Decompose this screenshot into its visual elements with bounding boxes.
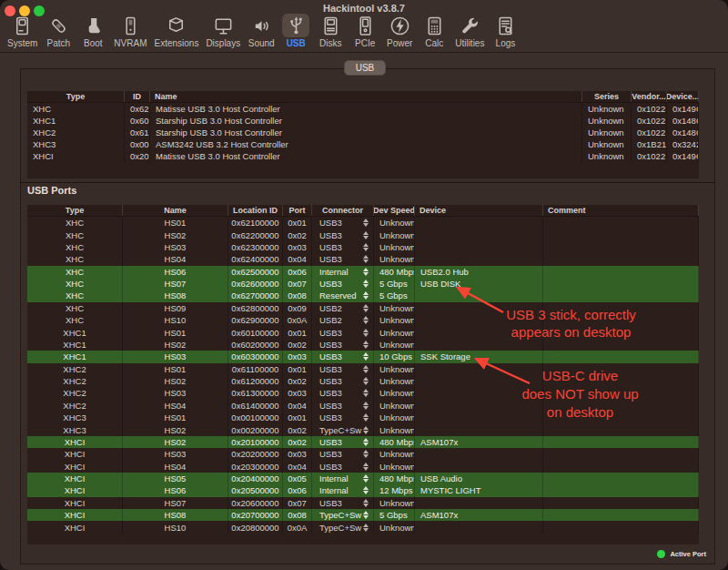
connector-select[interactable]: USB3	[312, 217, 374, 229]
toolbar-item-extensions[interactable]: Extensions	[150, 14, 202, 48]
column-header[interactable]: Connector	[312, 205, 374, 216]
toolbar-item-logs[interactable]: Logs	[488, 14, 522, 48]
toolbar-item-label: Extensions	[154, 38, 198, 48]
connector-select[interactable]: TypeC+Sw	[312, 423, 374, 435]
controller-row[interactable]: XHC10x60Starship USB 3.0 Host Controller…	[27, 115, 699, 127]
usb-port-row[interactable]: XHCIHS100x208000000x0ATypeC+SwUnknown	[27, 521, 699, 533]
connector-select[interactable]: Internal	[312, 473, 374, 484]
connector-select[interactable]: USB3	[312, 229, 374, 240]
usb-port-row[interactable]: XHCIHS020x201000000x02USB3480 MbpsASM107…	[27, 436, 699, 448]
column-header[interactable]: Name	[123, 205, 228, 216]
column-header[interactable]: Port	[283, 205, 312, 216]
column-header[interactable]: Device	[415, 205, 543, 216]
usb-port-row[interactable]: XHCIHS070x206000000x07USB3Unknown	[27, 497, 699, 509]
connector-select[interactable]: USB3	[312, 497, 374, 509]
toolbar-item-calc[interactable]: Calc	[417, 14, 451, 48]
port-device	[415, 521, 543, 533]
port-dev-speed: 480 Mbps	[374, 436, 415, 448]
connector-select[interactable]: USB3	[312, 326, 374, 338]
toolbar-item-boot[interactable]: Boot	[76, 14, 110, 48]
usb-port-row[interactable]: XHCIHS080x207000000x08TypeC+Sw5 GbpsASM1…	[27, 509, 699, 521]
connector-select[interactable]: USB2	[312, 302, 374, 314]
controller-row[interactable]: XHC30x00ASM3242 USB 3.2 Host ControllerU…	[27, 138, 699, 150]
connector-select[interactable]: USB3	[312, 448, 374, 460]
usb-port-row[interactable]: XHCIHS050x204000000x05Internal480 MbpsUS…	[27, 473, 699, 484]
port-location-id: 0x60300000	[228, 351, 283, 362]
connector-select[interactable]: USB2	[312, 314, 374, 326]
usb-port-row[interactable]: XHCIHS040x203000000x04USB3Unknown	[27, 461, 699, 473]
connector-select[interactable]: USB3	[312, 351, 374, 362]
usb-port-row[interactable]: XHCHS040x624000000x04USB3Unknown	[27, 253, 699, 265]
port-device	[415, 423, 543, 435]
usb-port-row[interactable]: XHCIHS030x202000000x03USB3Unknown	[27, 448, 699, 460]
connector-select[interactable]: USB3	[312, 241, 374, 253]
connector-value: Internal	[319, 485, 349, 495]
toolbar-item-disks[interactable]: Disks	[313, 14, 348, 48]
connector-select[interactable]: Internal	[312, 266, 374, 278]
toolbar-item-sound[interactable]: Sound	[244, 14, 278, 48]
updown-arrows-icon	[363, 426, 369, 434]
usb-port-row[interactable]: XHC1HS030x603000000x03USB310 GbpsSSK Sto…	[27, 351, 699, 362]
connector-select[interactable]: USB3	[312, 400, 374, 412]
column-header[interactable]: Name	[150, 91, 582, 102]
port-name: HS05	[123, 473, 228, 484]
usb-port-row[interactable]: XHCHS010x621000000x01USB3Unknown	[27, 217, 699, 229]
connector-select[interactable]: USB3	[312, 253, 374, 265]
port-type: XHC	[27, 278, 123, 290]
port-location-id: 0x20300000	[228, 461, 283, 473]
port-comment	[543, 448, 699, 460]
controller-name: Starship USB 3.0 Host Controller	[150, 115, 582, 127]
connector-value: USB3	[319, 376, 342, 386]
connector-select[interactable]: USB3	[312, 436, 374, 448]
controller-row[interactable]: XHCI0x20Matisse USB 3.0 Host ControllerU…	[27, 150, 699, 162]
column-header[interactable]: ID	[125, 91, 150, 102]
connector-select[interactable]: USB3	[312, 363, 374, 375]
connector-select[interactable]: USB3	[312, 278, 374, 290]
toolbar-item-power[interactable]: Power	[382, 14, 417, 48]
port-name: HS10	[123, 314, 228, 326]
toolbar-item-displays[interactable]: Displays	[202, 14, 244, 48]
connector-select[interactable]: USB3	[312, 387, 374, 399]
toolbar-item-nvram[interactable]: NVRAM	[110, 14, 150, 48]
connector-select[interactable]: USB3	[312, 461, 374, 473]
usb-port-row[interactable]: XHCHS020x622000000x02USB3Unknown	[27, 229, 699, 240]
controller-row[interactable]: XHC20x61Starship USB 3.0 Host Controller…	[27, 127, 699, 138]
usb-port-row[interactable]: XHC3HS020x002000000x02TypeC+SwUnknown	[27, 423, 699, 435]
connector-select[interactable]: Internal	[312, 484, 374, 496]
column-header[interactable]: Type	[27, 205, 123, 216]
toolbar-item-system[interactable]: System	[4, 14, 41, 48]
column-header[interactable]: Vendor...	[632, 91, 667, 102]
column-header[interactable]: Comment	[543, 205, 699, 216]
column-header[interactable]: Device...	[667, 91, 699, 102]
usb-port-row[interactable]: XHCHS070x626000000x07USB35 GbpsUSB DISK	[27, 278, 699, 290]
column-header[interactable]: Type	[27, 91, 125, 102]
toolbar-item-usb[interactable]: USB	[278, 14, 313, 48]
port-name: HS08	[123, 509, 228, 521]
port-type: XHC2	[27, 363, 123, 375]
port-type: XHC	[27, 253, 123, 265]
usb-port-row[interactable]: XHCIHS060x205000000x06Internal12 MbpsMYS…	[27, 484, 699, 496]
column-header[interactable]: Series	[582, 91, 632, 102]
updown-arrows-icon	[363, 499, 369, 507]
connector-select[interactable]: USB3	[312, 375, 374, 387]
annotation-usb3-stick: USB 3 stick, correctlyappears on desktop	[473, 306, 669, 341]
usb-port-row[interactable]: XHCHS060x625000000x06Internal480 MbpsUSB…	[27, 266, 699, 278]
port-comment	[543, 509, 699, 521]
toolbar-item-patch[interactable]: Patch	[41, 14, 76, 48]
toolbar-item-pcie[interactable]: PCIe	[348, 14, 382, 48]
column-header[interactable]: Dev Speed	[374, 205, 415, 216]
port-device	[415, 290, 543, 301]
column-header[interactable]: Location ID	[228, 205, 283, 216]
connector-select[interactable]: Reserved	[312, 290, 374, 301]
connector-select[interactable]: TypeC+Sw	[312, 509, 374, 521]
port-number: 0x03	[283, 387, 312, 399]
usb-port-row[interactable]: XHCHS080x627000000x08Reserved5 Gbps	[27, 290, 699, 301]
controller-row[interactable]: XHC0x62Matisse USB 3.0 Host ControllerUn…	[27, 103, 699, 115]
connector-select[interactable]: USB3	[312, 412, 374, 423]
tab-usb[interactable]: USB	[344, 60, 386, 76]
toolbar-item-utilities[interactable]: Utilities	[451, 14, 488, 48]
connector-select[interactable]: USB3	[312, 339, 374, 351]
connector-select[interactable]: TypeC+Sw	[312, 521, 374, 533]
usb-port-row[interactable]: XHCHS030x623000000x03USB3Unknown	[27, 241, 699, 253]
port-location-id: 0x61200000	[228, 375, 283, 387]
